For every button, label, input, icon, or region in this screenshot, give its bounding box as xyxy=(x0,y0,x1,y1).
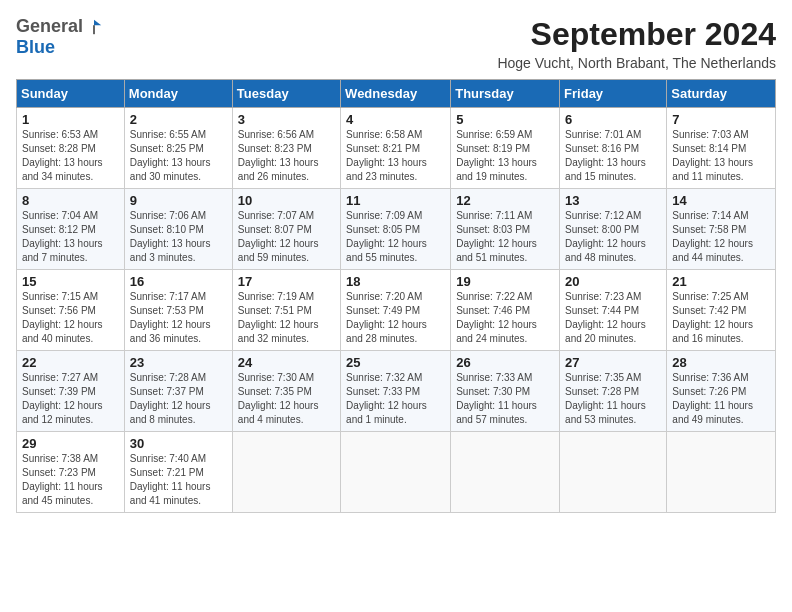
day-number: 19 xyxy=(456,274,554,289)
day-info: Sunrise: 7:07 AM Sunset: 8:07 PM Dayligh… xyxy=(238,209,335,265)
logo-blue-text: Blue xyxy=(16,37,55,57)
calendar-cell: 23Sunrise: 7:28 AM Sunset: 7:37 PM Dayli… xyxy=(124,351,232,432)
day-number: 28 xyxy=(672,355,770,370)
calendar-cell: 19Sunrise: 7:22 AM Sunset: 7:46 PM Dayli… xyxy=(451,270,560,351)
day-number: 17 xyxy=(238,274,335,289)
day-number: 12 xyxy=(456,193,554,208)
calendar-cell: 6Sunrise: 7:01 AM Sunset: 8:16 PM Daylig… xyxy=(560,108,667,189)
weekday-header-thursday: Thursday xyxy=(451,80,560,108)
day-number: 3 xyxy=(238,112,335,127)
day-info: Sunrise: 6:56 AM Sunset: 8:23 PM Dayligh… xyxy=(238,128,335,184)
day-number: 7 xyxy=(672,112,770,127)
weekday-header-sunday: Sunday xyxy=(17,80,125,108)
calendar-cell xyxy=(232,432,340,513)
weekday-header-wednesday: Wednesday xyxy=(341,80,451,108)
day-info: Sunrise: 7:27 AM Sunset: 7:39 PM Dayligh… xyxy=(22,371,119,427)
day-info: Sunrise: 7:36 AM Sunset: 7:26 PM Dayligh… xyxy=(672,371,770,427)
day-number: 11 xyxy=(346,193,445,208)
day-number: 18 xyxy=(346,274,445,289)
day-number: 14 xyxy=(672,193,770,208)
day-number: 4 xyxy=(346,112,445,127)
calendar-cell: 21Sunrise: 7:25 AM Sunset: 7:42 PM Dayli… xyxy=(667,270,776,351)
day-info: Sunrise: 7:30 AM Sunset: 7:35 PM Dayligh… xyxy=(238,371,335,427)
calendar-body: 1Sunrise: 6:53 AM Sunset: 8:28 PM Daylig… xyxy=(17,108,776,513)
weekday-header-tuesday: Tuesday xyxy=(232,80,340,108)
day-number: 5 xyxy=(456,112,554,127)
calendar-cell: 9Sunrise: 7:06 AM Sunset: 8:10 PM Daylig… xyxy=(124,189,232,270)
day-info: Sunrise: 6:59 AM Sunset: 8:19 PM Dayligh… xyxy=(456,128,554,184)
day-number: 1 xyxy=(22,112,119,127)
calendar-cell xyxy=(667,432,776,513)
calendar-cell: 24Sunrise: 7:30 AM Sunset: 7:35 PM Dayli… xyxy=(232,351,340,432)
svg-marker-0 xyxy=(94,19,101,24)
day-info: Sunrise: 6:55 AM Sunset: 8:25 PM Dayligh… xyxy=(130,128,227,184)
day-info: Sunrise: 7:12 AM Sunset: 8:00 PM Dayligh… xyxy=(565,209,661,265)
location-subtitle: Hoge Vucht, North Brabant, The Netherlan… xyxy=(497,55,776,71)
day-number: 21 xyxy=(672,274,770,289)
calendar-cell: 10Sunrise: 7:07 AM Sunset: 8:07 PM Dayli… xyxy=(232,189,340,270)
calendar-week-row: 22Sunrise: 7:27 AM Sunset: 7:39 PM Dayli… xyxy=(17,351,776,432)
day-info: Sunrise: 7:11 AM Sunset: 8:03 PM Dayligh… xyxy=(456,209,554,265)
calendar-cell: 22Sunrise: 7:27 AM Sunset: 7:39 PM Dayli… xyxy=(17,351,125,432)
calendar-cell: 18Sunrise: 7:20 AM Sunset: 7:49 PM Dayli… xyxy=(341,270,451,351)
day-number: 9 xyxy=(130,193,227,208)
day-number: 6 xyxy=(565,112,661,127)
day-number: 30 xyxy=(130,436,227,451)
day-info: Sunrise: 7:28 AM Sunset: 7:37 PM Dayligh… xyxy=(130,371,227,427)
day-number: 23 xyxy=(130,355,227,370)
calendar-cell xyxy=(451,432,560,513)
day-info: Sunrise: 6:53 AM Sunset: 8:28 PM Dayligh… xyxy=(22,128,119,184)
calendar-cell: 1Sunrise: 6:53 AM Sunset: 8:28 PM Daylig… xyxy=(17,108,125,189)
day-info: Sunrise: 7:19 AM Sunset: 7:51 PM Dayligh… xyxy=(238,290,335,346)
day-number: 25 xyxy=(346,355,445,370)
svg-rect-1 xyxy=(93,25,95,34)
day-number: 2 xyxy=(130,112,227,127)
day-number: 20 xyxy=(565,274,661,289)
calendar-cell xyxy=(560,432,667,513)
day-info: Sunrise: 7:32 AM Sunset: 7:33 PM Dayligh… xyxy=(346,371,445,427)
day-number: 13 xyxy=(565,193,661,208)
day-info: Sunrise: 7:03 AM Sunset: 8:14 PM Dayligh… xyxy=(672,128,770,184)
calendar-table: SundayMondayTuesdayWednesdayThursdayFrid… xyxy=(16,79,776,513)
calendar-week-row: 8Sunrise: 7:04 AM Sunset: 8:12 PM Daylig… xyxy=(17,189,776,270)
weekday-header-row: SundayMondayTuesdayWednesdayThursdayFrid… xyxy=(17,80,776,108)
day-number: 27 xyxy=(565,355,661,370)
calendar-cell xyxy=(341,432,451,513)
page-header: General Blue September 2024 Hoge Vucht, … xyxy=(16,16,776,71)
calendar-cell: 26Sunrise: 7:33 AM Sunset: 7:30 PM Dayli… xyxy=(451,351,560,432)
day-info: Sunrise: 7:14 AM Sunset: 7:58 PM Dayligh… xyxy=(672,209,770,265)
day-number: 15 xyxy=(22,274,119,289)
day-info: Sunrise: 7:25 AM Sunset: 7:42 PM Dayligh… xyxy=(672,290,770,346)
weekday-header-monday: Monday xyxy=(124,80,232,108)
day-number: 24 xyxy=(238,355,335,370)
logo-general-text: General xyxy=(16,16,83,37)
calendar-cell: 14Sunrise: 7:14 AM Sunset: 7:58 PM Dayli… xyxy=(667,189,776,270)
day-info: Sunrise: 7:35 AM Sunset: 7:28 PM Dayligh… xyxy=(565,371,661,427)
calendar-cell: 20Sunrise: 7:23 AM Sunset: 7:44 PM Dayli… xyxy=(560,270,667,351)
weekday-header-friday: Friday xyxy=(560,80,667,108)
calendar-header: SundayMondayTuesdayWednesdayThursdayFrid… xyxy=(17,80,776,108)
day-info: Sunrise: 7:04 AM Sunset: 8:12 PM Dayligh… xyxy=(22,209,119,265)
calendar-week-row: 1Sunrise: 6:53 AM Sunset: 8:28 PM Daylig… xyxy=(17,108,776,189)
calendar-cell: 4Sunrise: 6:58 AM Sunset: 8:21 PM Daylig… xyxy=(341,108,451,189)
calendar-cell: 13Sunrise: 7:12 AM Sunset: 8:00 PM Dayli… xyxy=(560,189,667,270)
calendar-cell: 29Sunrise: 7:38 AM Sunset: 7:23 PM Dayli… xyxy=(17,432,125,513)
day-number: 10 xyxy=(238,193,335,208)
calendar-cell: 3Sunrise: 6:56 AM Sunset: 8:23 PM Daylig… xyxy=(232,108,340,189)
day-number: 22 xyxy=(22,355,119,370)
calendar-cell: 7Sunrise: 7:03 AM Sunset: 8:14 PM Daylig… xyxy=(667,108,776,189)
calendar-week-row: 15Sunrise: 7:15 AM Sunset: 7:56 PM Dayli… xyxy=(17,270,776,351)
calendar-cell: 17Sunrise: 7:19 AM Sunset: 7:51 PM Dayli… xyxy=(232,270,340,351)
month-title: September 2024 xyxy=(497,16,776,53)
logo-flag-icon xyxy=(85,18,103,36)
day-info: Sunrise: 7:17 AM Sunset: 7:53 PM Dayligh… xyxy=(130,290,227,346)
calendar-cell: 25Sunrise: 7:32 AM Sunset: 7:33 PM Dayli… xyxy=(341,351,451,432)
title-area: September 2024 Hoge Vucht, North Brabant… xyxy=(497,16,776,71)
day-number: 29 xyxy=(22,436,119,451)
day-number: 16 xyxy=(130,274,227,289)
day-info: Sunrise: 7:01 AM Sunset: 8:16 PM Dayligh… xyxy=(565,128,661,184)
day-info: Sunrise: 7:38 AM Sunset: 7:23 PM Dayligh… xyxy=(22,452,119,508)
calendar-cell: 5Sunrise: 6:59 AM Sunset: 8:19 PM Daylig… xyxy=(451,108,560,189)
day-info: Sunrise: 7:06 AM Sunset: 8:10 PM Dayligh… xyxy=(130,209,227,265)
calendar-week-row: 29Sunrise: 7:38 AM Sunset: 7:23 PM Dayli… xyxy=(17,432,776,513)
